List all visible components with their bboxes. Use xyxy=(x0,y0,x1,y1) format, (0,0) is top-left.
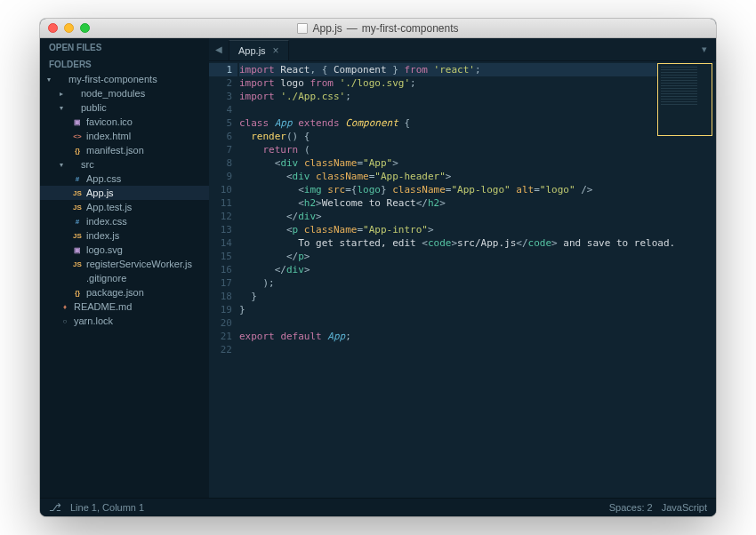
file-name: node_modules xyxy=(81,88,145,99)
file-tree-item[interactable]: JSindex.js xyxy=(40,228,209,243)
file-name: registerServiceWorker.js xyxy=(86,259,192,269)
js-icon: JS xyxy=(72,204,83,212)
chevron-icon: ▾ xyxy=(60,161,63,169)
file-name: index.html xyxy=(86,131,131,141)
code-area[interactable]: 12345678910111213141516171819202122 impo… xyxy=(209,61,716,498)
folders-header[interactable]: FOLDERS xyxy=(40,55,209,72)
file-tree-item[interactable]: ▣logo.svg xyxy=(40,243,209,257)
file-tree: ▾my-first-components▸node_modules▾public… xyxy=(40,72,209,331)
file-tree-item[interactable]: ♦README.md xyxy=(40,299,209,314)
code-line[interactable]: import React, { Component } from 'react'… xyxy=(239,63,711,76)
file-tree-item[interactable]: JSregisterServiceWorker.js xyxy=(40,257,209,271)
code-line[interactable]: export default App; xyxy=(239,330,711,343)
js-icon: JS xyxy=(72,260,83,268)
css-icon: # xyxy=(72,175,83,183)
json-icon: {} xyxy=(72,289,83,297)
tab-prev-icon[interactable]: ◀ xyxy=(209,44,229,54)
md-icon: ♦ xyxy=(60,303,70,311)
js-icon: JS xyxy=(72,232,83,240)
file-name: public xyxy=(81,102,107,113)
code-line[interactable]: render() { xyxy=(239,130,711,143)
file-tree-item[interactable]: JSApp.js xyxy=(40,186,209,200)
file-tree-item[interactable]: {}package.json xyxy=(40,285,209,299)
branch-icon[interactable]: ⎇ xyxy=(49,501,61,514)
file-name: manifest.json xyxy=(86,145,144,156)
indent-setting[interactable]: Spaces: 2 xyxy=(609,502,653,513)
image-icon: ▣ xyxy=(72,118,83,126)
titlebar[interactable]: App.js — my-first-components xyxy=(40,19,716,38)
code-line[interactable]: import './App.css'; xyxy=(239,90,711,103)
file-tree-item[interactable]: {}manifest.json xyxy=(40,143,209,157)
file-tree-item[interactable]: ▾public xyxy=(40,100,209,115)
file-tree-item[interactable]: JSApp.test.js xyxy=(40,200,209,214)
code-line[interactable]: <img src={logo} className="App-logo" alt… xyxy=(239,183,711,196)
code-line[interactable] xyxy=(239,103,711,116)
file-name: yarn.lock xyxy=(74,315,113,326)
open-files-header[interactable]: OPEN FILES xyxy=(40,38,209,55)
editor-panel: ◀ App.js × ▾ 123456789101112131415161718… xyxy=(209,38,716,498)
file-icon xyxy=(297,23,308,34)
code-line[interactable]: <h2>Welcome to React</h2> xyxy=(239,196,711,210)
title-project: my-first-components xyxy=(362,22,459,35)
file-name: index.css xyxy=(86,216,127,227)
chevron-icon: ▸ xyxy=(60,90,63,98)
code-line[interactable]: To get started, edit <code>src/App.js</c… xyxy=(239,236,711,250)
chevron-icon: ▾ xyxy=(47,76,51,84)
gutter: 12345678910111213141516171819202122 xyxy=(209,61,237,498)
file-tree-item[interactable]: <>index.html xyxy=(40,129,209,143)
file-tree-item[interactable]: ○yarn.lock xyxy=(40,314,209,328)
file-name: package.json xyxy=(86,287,144,298)
code-line[interactable]: <div className="App-header"> xyxy=(239,170,711,183)
tab-label: App.js xyxy=(238,45,266,56)
file-name: src xyxy=(81,159,94,170)
window-title: App.js — my-first-components xyxy=(40,22,716,35)
file-name: index.js xyxy=(86,230,119,241)
json-icon: {} xyxy=(72,147,83,155)
file-name: README.md xyxy=(74,301,132,312)
editor-window: App.js — my-first-components OPEN FILES … xyxy=(40,19,716,516)
cursor-position[interactable]: Line 1, Column 1 xyxy=(70,502,144,513)
code-line[interactable]: import logo from './logo.svg'; xyxy=(239,76,711,90)
file-tree-item[interactable]: ▾src xyxy=(40,157,209,172)
file-tree-item[interactable]: #index.css xyxy=(40,214,209,228)
file-name: favicon.ico xyxy=(86,116,133,127)
lock-icon: ○ xyxy=(60,317,70,325)
code-line[interactable]: return ( xyxy=(239,143,711,156)
tab-app-js[interactable]: App.js × xyxy=(229,40,289,60)
file-name: App.js xyxy=(86,188,114,198)
file-tree-item[interactable]: ▸node_modules xyxy=(40,86,209,100)
code-line[interactable]: class App extends Component { xyxy=(239,116,711,130)
tabbar: ◀ App.js × ▾ xyxy=(209,38,716,61)
file-tree-item[interactable]: #App.css xyxy=(40,172,209,186)
code-line[interactable]: ); xyxy=(239,276,711,290)
code-line[interactable]: <div className="App"> xyxy=(239,156,711,170)
chevron-icon: ▾ xyxy=(60,104,63,112)
code-line[interactable]: } xyxy=(239,290,711,303)
code-line[interactable]: </div> xyxy=(239,210,711,223)
code-line[interactable]: </p> xyxy=(239,250,711,263)
close-tab-icon[interactable]: × xyxy=(273,45,279,56)
code-line[interactable] xyxy=(239,316,711,330)
code[interactable]: import React, { Component } from 'react'… xyxy=(237,61,716,498)
sidebar: OPEN FILES FOLDERS ▾my-first-components▸… xyxy=(40,38,209,498)
language-mode[interactable]: JavaScript xyxy=(662,502,707,513)
js-icon: JS xyxy=(72,189,83,197)
minimap[interactable] xyxy=(657,63,712,136)
code-line[interactable]: </div> xyxy=(239,263,711,276)
code-line[interactable]: <p className="App-intro"> xyxy=(239,223,711,236)
file-name: .gitignore xyxy=(86,273,126,283)
statusbar: ⎇ Line 1, Column 1 Spaces: 2 JavaScript xyxy=(40,498,716,516)
file-tree-item[interactable]: .gitignore xyxy=(40,271,209,285)
file-tree-item[interactable]: ▾my-first-components xyxy=(40,72,209,86)
file-name: logo.svg xyxy=(86,244,123,255)
image-icon: ▣ xyxy=(72,246,83,254)
code-line[interactable]: } xyxy=(239,303,711,316)
html-icon: <> xyxy=(72,132,83,140)
file-name: App.test.js xyxy=(86,202,132,212)
file-tree-item[interactable]: ▣favicon.ico xyxy=(40,115,209,129)
css-icon: # xyxy=(72,218,83,226)
title-file: App.js xyxy=(312,22,342,35)
file-name: App.css xyxy=(86,173,121,184)
tab-overflow-icon[interactable]: ▾ xyxy=(693,44,716,55)
code-line[interactable] xyxy=(239,343,711,356)
